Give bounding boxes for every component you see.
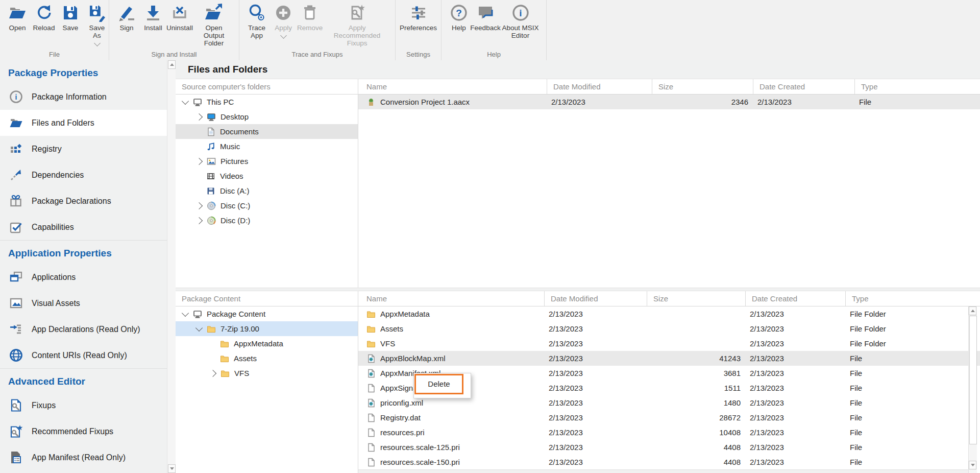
outputfolder-icon: [205, 4, 223, 22]
chevron-down-icon[interactable]: [182, 97, 189, 104]
sidebar-item-recommended-fixups[interactable]: Recommended Fixups: [0, 418, 167, 444]
scrollbar-thumb[interactable]: [969, 316, 977, 444]
svg-text:i: i: [519, 8, 522, 18]
column-header-name[interactable]: Name: [358, 79, 547, 94]
open-output-folder-button[interactable]: Open Output Folder: [195, 4, 233, 47]
chevron-down-icon[interactable]: [195, 324, 203, 331]
doc-icon: [366, 458, 376, 467]
sidebar-section-heading: Application Properties: [0, 242, 167, 264]
sidebar-scrollbar[interactable]: [167, 60, 176, 473]
cell-date-modified: 2/13/2023: [545, 369, 647, 377]
source-panel-header: Source computer's foldersNameDate Modifi…: [176, 79, 980, 94]
chevron-down-icon[interactable]: [182, 309, 189, 316]
sidebar-item-app-declarations-read-only[interactable]: App Declarations (Read Only): [0, 316, 167, 342]
sidebar-section-package-properties: Package PropertiesiPackage InformationFi…: [0, 60, 167, 240]
list-scroll-down-button[interactable]: [969, 461, 976, 469]
sidebar-item-content-uris-read-only[interactable]: Content URIs (Read Only): [0, 342, 167, 368]
save-as-button[interactable]: Save As: [86, 4, 108, 45]
horizontal-scrollbar-track[interactable]: [358, 469, 968, 473]
chevron-right-icon[interactable]: [195, 217, 203, 224]
file-row-appxblockmap-xml[interactable]: AppxBlockMap.xml2/13/2023412432/13/2023F…: [358, 351, 980, 366]
file-row-resources-pri[interactable]: resources.pri2/13/2023104082/13/2023File: [358, 425, 980, 440]
sidebar-scroll-up-button[interactable]: [168, 60, 176, 69]
sidebar-item-capabilities[interactable]: Capabilities: [0, 214, 167, 240]
save-button[interactable]: Save: [59, 4, 82, 32]
file-row-resources-scale-150-pri[interactable]: resources.scale-150.pri2/13/202344082/13…: [358, 455, 980, 469]
column-header-date-created[interactable]: Date Created: [753, 79, 855, 94]
column-header-size[interactable]: Size: [652, 79, 753, 94]
sign-button[interactable]: Sign: [115, 4, 138, 32]
trace-app-button[interactable]: Trace App: [246, 4, 268, 39]
chevron-right-icon[interactable]: [195, 202, 203, 209]
tree-item-appxmetadata[interactable]: AppxMetadata: [176, 336, 358, 351]
sidebar-item-package-information[interactable]: iPackage Information: [0, 84, 167, 110]
list-scroll-up-button[interactable]: [969, 306, 976, 315]
file-row-conversion-project-1-aacx[interactable]: Conversion Project 1.aacx2/13/202323462/…: [358, 94, 980, 109]
cell-name: VFS: [358, 339, 545, 348]
file-row-vfs[interactable]: VFS2/13/20232/13/2023File Folder: [358, 336, 980, 351]
desktop-icon: [207, 112, 216, 122]
sidebar-item-applications[interactable]: Applications: [0, 264, 167, 290]
column-header-name[interactable]: Name: [358, 291, 545, 306]
apply-recommended-fixups-button[interactable]: Apply Recommended Fixups: [325, 4, 389, 47]
install-button[interactable]: Install: [142, 4, 164, 32]
file-row-appxmetadata[interactable]: AppxMetadata2/13/20232/13/2023File Folde…: [358, 306, 980, 321]
feedback-button[interactable]: Feedback: [474, 4, 497, 32]
about-msix-editor-button[interactable]: iAbout MSIX Editor: [501, 4, 540, 39]
ribbon-group-label: Trace and Fixups: [239, 50, 395, 60]
tree-item-desktop[interactable]: Desktop: [176, 109, 358, 124]
file-row-registry-dat[interactable]: Registry.dat2/13/2023286722/13/2023File: [358, 410, 980, 425]
chevron-right-icon[interactable]: [209, 369, 216, 376]
tree-item-disc-a[interactable]: Disc (A:): [176, 183, 358, 198]
sidebar-item-label: Visual Assets: [32, 299, 80, 308]
tree-item-documents[interactable]: Documents: [176, 124, 358, 139]
tree-item-7-zip-19-00[interactable]: 7-Zip 19.00: [176, 321, 358, 336]
tree-item-music[interactable]: Music: [176, 139, 358, 154]
tree-item-videos[interactable]: Videos: [176, 169, 358, 183]
apply-button[interactable]: Apply: [272, 4, 295, 38]
column-header-type[interactable]: Type: [846, 291, 968, 306]
uninstall-button[interactable]: Uninstall: [168, 4, 191, 32]
tree-item-this-pc[interactable]: This PC: [176, 94, 358, 109]
sidebar-item-app-manifest-read-only[interactable]: App Manifest (Read Only): [0, 444, 167, 470]
column-header-date-modified[interactable]: Date Modified: [545, 291, 647, 306]
package-list-scrollbar[interactable]: [968, 306, 977, 473]
open-button[interactable]: Open: [6, 4, 29, 32]
tree-item-assets[interactable]: Assets: [176, 351, 358, 366]
sidebar-item-files-and-folders[interactable]: Files and Folders: [0, 110, 167, 136]
file-row-assets[interactable]: Assets2/13/20232/13/2023File Folder: [358, 321, 980, 336]
context-menu-item-delete[interactable]: Delete: [414, 374, 463, 394]
tree-item-disc-d[interactable]: Disc (D:): [176, 213, 358, 228]
ribbon-buttons: ?HelpFeedbackiAbout MSIX Editor: [442, 0, 546, 50]
tree-item-package-content[interactable]: Package Content: [176, 306, 358, 321]
column-header-date-created[interactable]: Date Created: [746, 291, 846, 306]
sidebar-scroll-down-button[interactable]: [168, 464, 176, 473]
reload-button[interactable]: Reload: [33, 4, 55, 32]
traceapp-icon: [248, 4, 266, 22]
button-label: Trace App: [246, 24, 268, 39]
sidebar-item-label: Fixups: [32, 401, 56, 410]
sidebar-item-registry[interactable]: Registry: [0, 136, 167, 162]
chevron-right-icon[interactable]: [195, 113, 203, 120]
remove-button[interactable]: Remove: [299, 4, 321, 32]
file-row-resources-scale-125-pri[interactable]: resources.scale-125.pri2/13/202344082/13…: [358, 440, 980, 455]
tree-item-pictures[interactable]: Pictures: [176, 154, 358, 169]
cell-size: 2346: [652, 98, 753, 106]
sidebar-item-visual-assets[interactable]: Visual Assets: [0, 290, 167, 316]
folder-icon: [207, 324, 216, 334]
column-header-size[interactable]: Size: [647, 291, 746, 306]
tree-item-disc-c[interactable]: Disc (C:): [176, 198, 358, 213]
preferences-button[interactable]: Preferences: [402, 4, 435, 32]
panel-splitter[interactable]: [176, 288, 980, 291]
column-header-date-modified[interactable]: Date Modified: [547, 79, 652, 94]
sidebar-item-dependencies[interactable]: Dependencies: [0, 162, 167, 188]
cell-name: AppxMetadata: [358, 310, 545, 319]
help-button[interactable]: ?Help: [448, 4, 470, 32]
sidebar-item-package-declarations[interactable]: Package Declarations: [0, 188, 167, 214]
sidebar-item-fixups[interactable]: Fixups: [0, 392, 167, 418]
tree-item-label: Package Content: [207, 310, 265, 318]
chevron-right-icon[interactable]: [195, 157, 203, 164]
tree-item-vfs[interactable]: VFS: [176, 366, 358, 381]
column-header-type[interactable]: Type: [855, 79, 980, 94]
apply-icon: [274, 4, 292, 22]
